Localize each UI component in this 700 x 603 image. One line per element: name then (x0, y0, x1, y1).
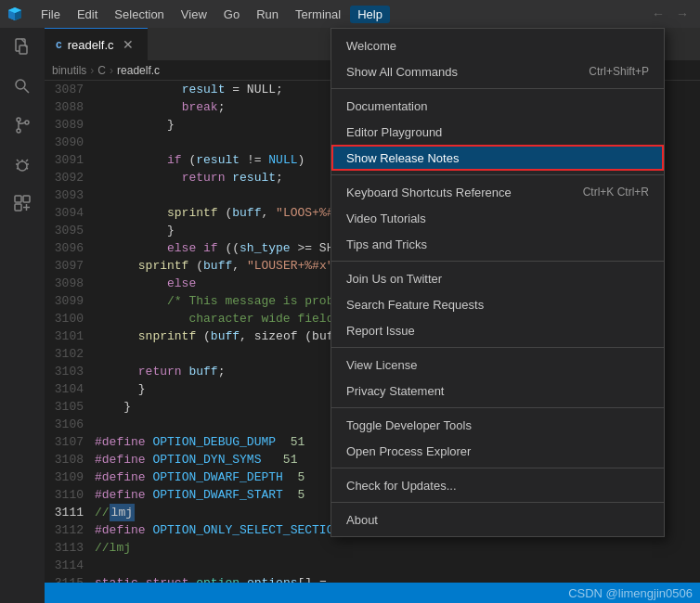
menu-divider (331, 88, 664, 89)
menu-item-report-issue[interactable]: Report Issue (331, 317, 664, 343)
menu-item-check-updates[interactable]: Check for Updates... (331, 472, 664, 498)
menu-item-editor-playground[interactable]: Editor Playground (331, 119, 664, 145)
menu-item-feature-requests-label: Search Feature Requests (346, 298, 484, 312)
menu-divider (331, 468, 664, 468)
menu-item-tips-tricks-label: Tips and Tricks (346, 237, 427, 251)
menu-item-documentation-label: Documentation (346, 99, 427, 113)
dropdown-overlay[interactable]: WelcomeShow All CommandsCtrl+Shift+PDocu… (0, 0, 700, 603)
menu-item-check-updates-label: Check for Updates... (346, 479, 457, 493)
menu-item-welcome[interactable]: Welcome (331, 32, 664, 58)
menu-item-all-commands[interactable]: Show All CommandsCtrl+Shift+P (331, 58, 664, 84)
menu-item-report-issue-label: Report Issue (346, 324, 415, 338)
menu-item-feature-requests[interactable]: Search Feature Requests (331, 291, 664, 317)
menu-divider (331, 174, 664, 175)
menu-item-tips-tricks[interactable]: Tips and Tricks (331, 231, 664, 257)
menu-item-twitter[interactable]: Join Us on Twitter (331, 265, 664, 291)
menu-item-view-license-label: View License (346, 358, 417, 372)
menu-item-documentation[interactable]: Documentation (331, 93, 664, 119)
menu-item-editor-playground-label: Editor Playground (346, 125, 442, 139)
menu-divider (331, 347, 664, 348)
menu-item-process-explorer-label: Open Process Explorer (346, 444, 471, 458)
menu-item-privacy-label: Privacy Statement (346, 384, 445, 398)
menu-item-video-tutorials[interactable]: Video Tutorials (331, 205, 664, 231)
menu-item-keyboard-shortcuts[interactable]: Keyboard Shortcuts ReferenceCtrl+K Ctrl+… (331, 179, 664, 205)
menu-item-release-notes-label: Show Release Notes (346, 151, 459, 165)
menu-item-process-explorer[interactable]: Open Process Explorer (331, 438, 664, 464)
help-menu: WelcomeShow All CommandsCtrl+Shift+PDocu… (331, 28, 665, 537)
menu-item-about[interactable]: About (331, 507, 664, 532)
menu-item-welcome-label: Welcome (346, 39, 396, 53)
menu-item-about-label: About (346, 513, 378, 527)
menu-divider (331, 407, 664, 408)
menu-item-dev-tools-label: Toggle Developer Tools (346, 418, 472, 432)
menu-item-all-commands-shortcut: Ctrl+Shift+P (589, 65, 649, 78)
menu-divider (331, 261, 664, 262)
app-window: File Edit Selection View Go Run Terminal… (0, 0, 700, 603)
menu-item-video-tutorials-label: Video Tutorials (346, 212, 426, 225)
menu-item-all-commands-label: Show All Commands (346, 65, 458, 79)
menu-divider (331, 502, 664, 503)
menu-item-privacy[interactable]: Privacy Statement (331, 378, 664, 404)
menu-item-dev-tools[interactable]: Toggle Developer Tools (331, 412, 664, 438)
menu-item-release-notes[interactable]: Show Release Notes (331, 145, 664, 171)
menu-item-view-license[interactable]: View License (331, 352, 664, 378)
menu-item-twitter-label: Join Us on Twitter (346, 272, 442, 286)
menu-item-keyboard-shortcuts-shortcut: Ctrl+K Ctrl+R (583, 186, 649, 199)
menu-item-keyboard-shortcuts-label: Keyboard Shortcuts Reference (346, 186, 512, 199)
